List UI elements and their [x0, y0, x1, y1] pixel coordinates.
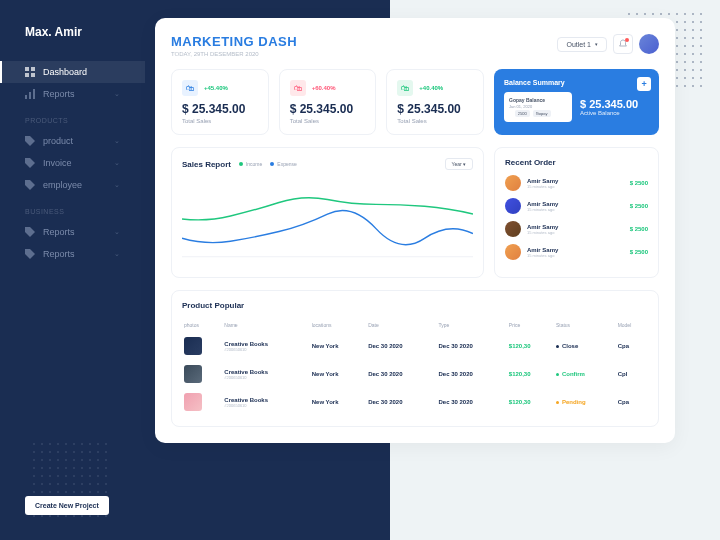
col-photos: photos	[182, 318, 222, 332]
product-location: New York	[310, 332, 366, 360]
col-price: Price	[507, 318, 554, 332]
nav-label: employee	[43, 180, 82, 190]
chevron-down-icon: ⌄	[114, 250, 120, 258]
add-balance-button[interactable]: +	[637, 77, 651, 91]
product-image	[184, 337, 202, 355]
order-time: 15 minutes ago	[527, 207, 624, 212]
nav-reports2[interactable]: Reports ⌄	[0, 221, 145, 243]
nav-reports[interactable]: Reports ⌄	[0, 83, 145, 105]
order-item[interactable]: Amir Samy15 minutes ago $ 2500	[505, 198, 648, 214]
year-selector[interactable]: Year ▾	[445, 158, 474, 170]
product-type: Dec 30 2020	[436, 360, 506, 388]
product-price: $120,30	[507, 360, 554, 388]
year-label: Year	[452, 161, 462, 167]
svg-rect-3	[31, 73, 35, 77]
nav-label: product	[43, 136, 73, 146]
nav-label: Reports	[43, 227, 75, 237]
user-avatar[interactable]	[639, 34, 659, 54]
stat-value: $ 25.345.00	[290, 102, 366, 116]
basket-icon: 🛍	[290, 80, 306, 96]
order-time: 15 minutes ago	[527, 184, 624, 189]
stat-pct: +40.40%	[419, 85, 443, 91]
product-id: #200650610	[224, 347, 307, 352]
chevron-down-icon: ▾	[595, 41, 598, 47]
product-location: New York	[310, 360, 366, 388]
stat-pct: +45.40%	[204, 85, 228, 91]
mini-chip: 2500	[515, 110, 530, 117]
tag-icon	[25, 136, 35, 146]
chart-title: Sales Report	[182, 160, 231, 169]
chevron-down-icon: ⌄	[114, 159, 120, 167]
order-item[interactable]: Amir Samy15 minutes ago $ 2500	[505, 244, 648, 260]
order-avatar	[505, 175, 521, 191]
recent-orders-card: Recent Order Amir Samy15 minutes ago $ 2…	[494, 147, 659, 278]
product-model: Cpa	[616, 388, 648, 416]
stat-value: $ 25.345.00	[182, 102, 258, 116]
order-time: 15 minutes ago	[527, 230, 624, 235]
status-badge: Pending	[556, 399, 614, 405]
product-id: #200650610	[224, 375, 307, 380]
page-title: MARKETING DASH	[171, 34, 297, 49]
legend-expense: Expense	[277, 161, 296, 167]
notifications-button[interactable]	[613, 34, 633, 54]
stat-label: Total Sales	[182, 118, 258, 124]
nav-invoice[interactable]: Invoice ⌄	[0, 152, 145, 174]
nav-dashboard[interactable]: Dashboard	[0, 61, 145, 83]
svg-rect-2	[25, 73, 29, 77]
nav-section-business: BUSINESS	[0, 196, 145, 221]
nav-label: Dashboard	[43, 67, 87, 77]
outlet-selector[interactable]: Outlet 1 ▾	[557, 37, 607, 52]
nav-label: Invoice	[43, 158, 72, 168]
order-amount: $ 2500	[630, 203, 648, 209]
nav-section-products: PRODUCTS	[0, 105, 145, 130]
balance-title: Balance Summary	[504, 79, 649, 86]
new-project-button[interactable]: Create New Project	[25, 496, 109, 515]
col-model: Model	[616, 318, 648, 332]
nav-product[interactable]: product ⌄	[0, 130, 145, 152]
product-price: $120,30	[507, 332, 554, 360]
stat-label: Total Sales	[290, 118, 366, 124]
stat-label: Total Sales	[397, 118, 473, 124]
order-avatar	[505, 221, 521, 237]
svg-rect-6	[33, 89, 35, 99]
product-date: Dec 30 2020	[366, 332, 436, 360]
stat-card-1: 🛍 +45.40% $ 25.345.00 Total Sales	[171, 69, 269, 135]
order-avatar	[505, 244, 521, 260]
outlet-label: Outlet 1	[566, 41, 591, 48]
table-row[interactable]: Creative Books#200650610 New York Dec 30…	[182, 360, 648, 388]
order-amount: $ 2500	[630, 226, 648, 232]
svg-rect-5	[29, 92, 31, 99]
col-name: Name	[222, 318, 309, 332]
basket-icon: 🛍	[397, 80, 413, 96]
status-badge: Confirm	[556, 371, 614, 377]
logo: Max. Amir	[0, 25, 145, 39]
table-row[interactable]: Creative Books#200650610 New York Dec 30…	[182, 332, 648, 360]
order-item[interactable]: Amir Samy15 minutes ago $ 2500	[505, 175, 648, 191]
table-row[interactable]: Creative Books#200650610 New York Dec 30…	[182, 388, 648, 416]
mini-date: Jan 01, 2020	[509, 104, 567, 109]
order-item[interactable]: Amir Samy15 minutes ago $ 2500	[505, 221, 648, 237]
product-location: New York	[310, 388, 366, 416]
product-type: Dec 30 2020	[436, 332, 506, 360]
stat-card-2: 🛍 +60.40% $ 25.345.00 Total Sales	[279, 69, 377, 135]
svg-rect-1	[31, 67, 35, 71]
stat-pct: +60.40%	[312, 85, 336, 91]
order-avatar	[505, 198, 521, 214]
nav-employee[interactable]: employee ⌄	[0, 174, 145, 196]
nav-label: Reports	[43, 249, 75, 259]
chevron-down-icon: ⌄	[114, 137, 120, 145]
svg-rect-4	[25, 95, 27, 99]
col-date: Date	[366, 318, 436, 332]
sales-chart	[182, 174, 473, 259]
product-type: Dec 30 2020	[436, 388, 506, 416]
chevron-down-icon: ⌄	[114, 228, 120, 236]
tag-icon	[25, 227, 35, 237]
status-badge: Close	[556, 343, 614, 349]
nav-reports3[interactable]: Reports ⌄	[0, 243, 145, 265]
chevron-down-icon: ⌄	[114, 90, 120, 98]
tag-icon	[25, 249, 35, 259]
bars-icon	[25, 89, 35, 99]
col-status: Status	[554, 318, 616, 332]
product-table: photos Name locations Date Type Price St…	[182, 318, 648, 416]
col-location: locations	[310, 318, 366, 332]
